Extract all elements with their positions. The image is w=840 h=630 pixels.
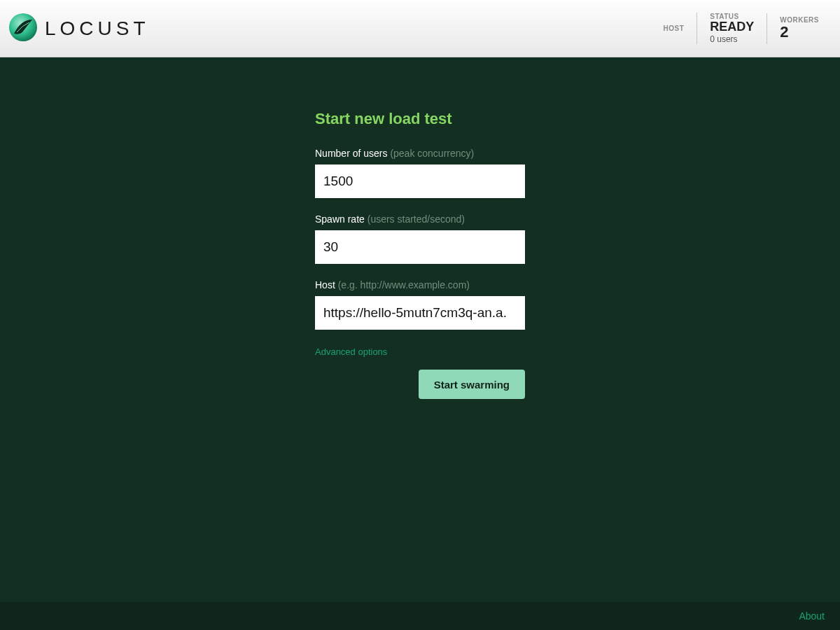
users-input[interactable] xyxy=(315,164,525,198)
stat-status: STATUS READY 0 users xyxy=(696,13,766,44)
users-label: Number of users (peak concurrency) xyxy=(315,148,525,159)
host-label: Host (e.g. http://www.example.com) xyxy=(315,279,525,290)
host-hint: (e.g. http://www.example.com) xyxy=(338,279,470,290)
locust-icon xyxy=(8,13,38,45)
spawn-label-text: Spawn rate xyxy=(315,214,365,225)
header-stats: HOST STATUS READY 0 users WORKERS 2 xyxy=(650,12,832,46)
spawn-hint: (users started/second) xyxy=(368,214,465,225)
users-label-text: Number of users xyxy=(315,148,387,159)
advanced-options-link[interactable]: Advanced options xyxy=(315,346,387,357)
logo: LOCUST xyxy=(8,13,150,45)
form-title: Start new load test xyxy=(315,110,525,128)
stat-host-label: HOST xyxy=(663,24,684,32)
field-spawn: Spawn rate (users started/second) xyxy=(315,214,525,264)
submit-row: Start swarming xyxy=(315,370,525,399)
spawn-label: Spawn rate (users started/second) xyxy=(315,214,525,225)
about-link[interactable]: About xyxy=(799,610,825,622)
stat-workers: WORKERS 2 xyxy=(766,13,832,44)
header: LOCUST HOST STATUS READY 0 users WORKERS… xyxy=(0,0,840,57)
host-input[interactable] xyxy=(315,296,525,330)
spawn-input[interactable] xyxy=(315,230,525,264)
start-form: Start new load test Number of users (pea… xyxy=(315,110,525,602)
stat-status-sub: 0 users xyxy=(710,34,754,44)
field-host: Host (e.g. http://www.example.com) xyxy=(315,279,525,330)
stat-workers-value: 2 xyxy=(780,24,819,41)
main: Start new load test Number of users (pea… xyxy=(0,57,840,602)
host-label-text: Host xyxy=(315,279,335,290)
field-users: Number of users (peak concurrency) xyxy=(315,148,525,198)
stat-status-value: READY xyxy=(710,20,754,34)
footer: About xyxy=(0,602,840,630)
brand-text: LOCUST xyxy=(45,18,150,40)
start-swarming-button[interactable]: Start swarming xyxy=(419,370,525,399)
users-hint: (peak concurrency) xyxy=(390,148,474,159)
stat-host: HOST xyxy=(650,13,696,44)
